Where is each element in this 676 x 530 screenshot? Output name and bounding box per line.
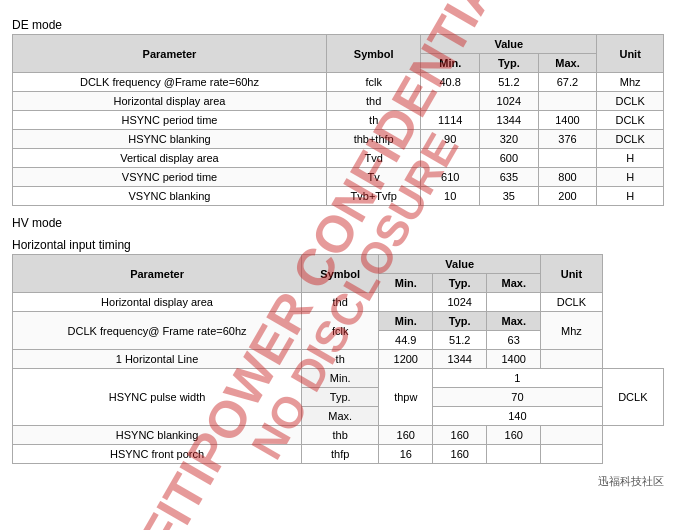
footer-logo: 迅福科技社区 (12, 474, 664, 489)
symbol-cell: thb (302, 426, 379, 445)
min-cell (421, 149, 480, 168)
typ-label-cell: Typ. (433, 312, 487, 331)
table-row: Vertical display area Tvd 600 H (13, 149, 664, 168)
table-row: VSYNC blanking Tvb+Tvfp 10 35 200 H (13, 187, 664, 206)
typ-cell: 51.2 (480, 73, 539, 92)
max-cell (538, 149, 597, 168)
symbol-cell: Tv (326, 168, 420, 187)
min-cell: 90 (421, 130, 480, 149)
param-header: Parameter (13, 35, 327, 73)
min-cell: 10 (421, 187, 480, 206)
param-cell: Horizontal display area (13, 92, 327, 111)
param-cell: DCLK frequency @Frame rate=60hz (13, 73, 327, 92)
max-cell: 160 (487, 426, 541, 445)
unit-cell: DCLK (541, 293, 602, 312)
symbol-header: Symbol (326, 35, 420, 73)
table-row: HSYNC front porch thfp 16 160 (13, 445, 664, 464)
max-cell (538, 92, 597, 111)
unit-cell: DCLK (602, 369, 663, 426)
param-cell: VSYNC period time (13, 168, 327, 187)
typ-cell: 635 (480, 168, 539, 187)
typ-cell: 1344 (480, 111, 539, 130)
table-row: DCLK frequency @Frame rate=60hz fclk 40.… (13, 73, 664, 92)
typ-cell: 1024 (433, 293, 487, 312)
symbol-cell: fclk (302, 312, 379, 350)
table-row: HSYNC blanking thb 160 160 160 (13, 426, 664, 445)
max-cell (487, 293, 541, 312)
unit-cell (541, 426, 602, 445)
hv-param-header: Parameter (13, 255, 302, 293)
min-label-cell: Min. (379, 312, 433, 331)
param-cell: Horizontal display area (13, 293, 302, 312)
min-cell (379, 293, 433, 312)
typ-cell: 160 (433, 426, 487, 445)
unit-cell (541, 350, 602, 369)
typ-cell: 160 (433, 445, 487, 464)
table-row: 1 Horizontal Line th 1200 1344 1400 (13, 350, 664, 369)
max-cell: 376 (538, 130, 597, 149)
min-cell: 610 (421, 168, 480, 187)
unit-cell: Mhz (541, 312, 602, 350)
de-mode-section: DE mode Parameter Symbol Value Unit Min.… (12, 18, 664, 206)
hv-value-header: Value (379, 255, 541, 274)
param-cell: DCLK frequency@ Frame rate=60hz (13, 312, 302, 350)
table-row: Horizontal display area thd 1024 DCLK (13, 293, 664, 312)
hv-mode-table: Parameter Symbol Value Unit Min. Typ. Ma… (12, 254, 664, 464)
value-cell: 1 (433, 369, 602, 388)
symbol-cell: thd (326, 92, 420, 111)
max-cell: 200 (538, 187, 597, 206)
param-cell: HSYNC front porch (13, 445, 302, 464)
max-label-cell: Max. (487, 312, 541, 331)
unit-cell: DCLK (597, 92, 664, 111)
unit-cell: DCLK (597, 111, 664, 130)
typ-cell: 35 (480, 187, 539, 206)
max-cell: 1400 (487, 350, 541, 369)
typ-cell: 320 (480, 130, 539, 149)
table-row: HSYNC blanking thb+thfp 90 320 376 DCLK (13, 130, 664, 149)
hv-mode-subtitle: Horizontal input timing (12, 238, 664, 252)
table-row: HSYNC period time th 1114 1344 1400 DCLK (13, 111, 664, 130)
symbol-cell: th (302, 350, 379, 369)
symbol-cell: thfp (302, 445, 379, 464)
typ-cell: 600 (480, 149, 539, 168)
sublabel-cell: Max. (302, 407, 379, 426)
table-row: HSYNC pulse width Min. thpw 1 DCLK (13, 369, 664, 388)
max-cell: 63 (487, 331, 541, 350)
param-cell: HSYNC blanking (13, 130, 327, 149)
value-cell: 70 (433, 388, 602, 407)
unit-cell: H (597, 187, 664, 206)
param-cell: Vertical display area (13, 149, 327, 168)
symbol-cell: th (326, 111, 420, 130)
typ-cell: 51.2 (433, 331, 487, 350)
hv-unit-header: Unit (541, 255, 602, 293)
typ-cell: 1344 (433, 350, 487, 369)
symbol-cell: Tvb+Tvfp (326, 187, 420, 206)
symbol-cell: thpw (379, 369, 433, 426)
max-cell: 1400 (538, 111, 597, 130)
typ-header: Typ. (480, 54, 539, 73)
min-cell: 40.8 (421, 73, 480, 92)
table-row: Horizontal display area thd 1024 DCLK (13, 92, 664, 111)
unit-cell: H (597, 168, 664, 187)
de-mode-title: DE mode (12, 18, 664, 32)
max-cell (487, 445, 541, 464)
unit-cell: Mhz (597, 73, 664, 92)
value-cell: 140 (433, 407, 602, 426)
hv-symbol-header: Symbol (302, 255, 379, 293)
table-row: VSYNC period time Tv 610 635 800 H (13, 168, 664, 187)
unit-cell: DCLK (597, 130, 664, 149)
param-cell: 1 Horizontal Line (13, 350, 302, 369)
unit-header: Unit (597, 35, 664, 73)
symbol-cell: thb+thfp (326, 130, 420, 149)
min-cell: 16 (379, 445, 433, 464)
param-cell: HSYNC blanking (13, 426, 302, 445)
min-cell: 160 (379, 426, 433, 445)
symbol-cell: Tvd (326, 149, 420, 168)
sublabel-cell: Min. (302, 369, 379, 388)
hv-typ-header: Typ. (433, 274, 487, 293)
hv-min-header: Min. (379, 274, 433, 293)
max-cell: 800 (538, 168, 597, 187)
de-mode-table: Parameter Symbol Value Unit Min. Typ. Ma… (12, 34, 664, 206)
hv-mode-title: HV mode (12, 216, 664, 230)
typ-cell: 1024 (480, 92, 539, 111)
